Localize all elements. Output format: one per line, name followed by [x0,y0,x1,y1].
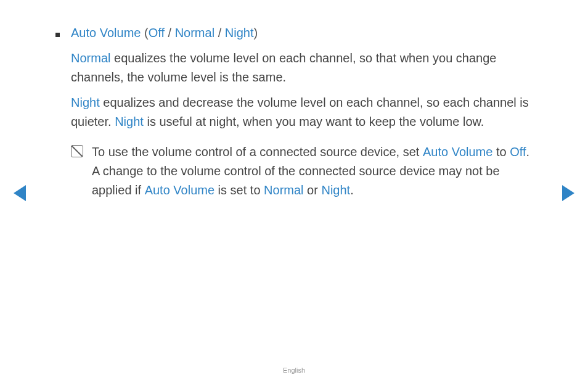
prev-page-arrow-icon[interactable] [14,185,26,201]
sep2: / [214,26,225,39]
para2-rest: is useful at night, when you may want to… [144,115,484,128]
para2-lead2: Night [115,115,144,128]
bullet-icon [55,33,60,37]
item-heading-line: Auto Volume (Off / Normal / Night) [71,23,533,43]
note-t4: is set to [214,183,264,197]
paragraph-night: Night equalizes and decrease the volume … [71,93,533,131]
option-night: Night [225,26,254,39]
paragraph-normal: Normal equalizes the volume level on eac… [71,49,533,87]
note-t1: To use the volume control of a connected… [92,145,423,159]
item-body: Auto Volume (Off / Normal / Night) Norma… [71,23,533,200]
note-t2: to [492,145,510,159]
option-normal: Normal [175,26,214,39]
para1-lead: Normal [71,51,110,65]
note-t5: or [304,183,322,197]
para1-rest: equalizes the volume level on each chann… [71,51,496,84]
para2-lead: Night [71,96,100,109]
bullet-item-auto-volume: Auto Volume (Off / Normal / Night) Norma… [55,23,533,200]
note-k2: Off [510,145,526,159]
footer-language: English [0,366,588,374]
note-k1: Auto Volume [423,145,492,159]
next-page-arrow-icon[interactable] [562,185,574,201]
page-content: Auto Volume (Off / Normal / Night) Norma… [0,0,588,200]
note-k3: Auto Volume [145,183,214,197]
note-k5: Night [321,183,350,197]
sep1: / [165,26,175,39]
option-off: Off [149,26,165,39]
paren-open: ( [144,26,149,39]
note-k4: Normal [264,183,303,197]
note-icon [71,145,83,157]
setting-name: Auto Volume [71,26,141,39]
note-text: To use the volume control of a connected… [92,143,533,200]
paren-close: ) [253,26,258,39]
note-block: To use the volume control of a connected… [71,143,533,200]
note-t6: . [350,183,354,197]
